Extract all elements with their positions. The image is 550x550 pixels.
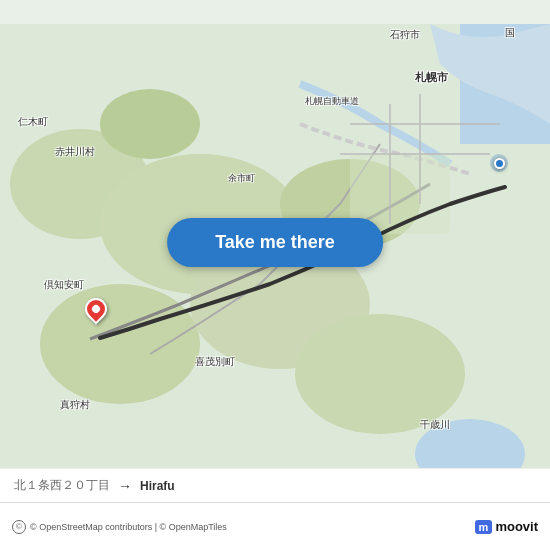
- attribution: © © OpenStreetMap contributors | © OpenM…: [12, 520, 227, 534]
- label-koku: 国: [505, 26, 515, 40]
- moovit-brand-text: moovit: [495, 519, 538, 534]
- origin-marker: [490, 154, 508, 172]
- direction-bar: 北１条西２０丁目 → Hirafu: [0, 468, 550, 502]
- attribution-text: © OpenStreetMap contributors | © OpenMap…: [30, 522, 227, 532]
- svg-point-6: [40, 284, 200, 404]
- direction-arrow: →: [118, 478, 132, 494]
- label-kutchan: 倶知安町: [44, 278, 84, 292]
- take-me-there-button[interactable]: Take me there: [167, 218, 383, 267]
- svg-point-8: [295, 314, 465, 434]
- label-akaigawa: 赤井川村: [55, 145, 95, 159]
- label-chitosegawa: 千歳川: [420, 418, 450, 432]
- label-yoichi: 余市町: [228, 172, 255, 185]
- moovit-logo: m moovit: [475, 519, 538, 534]
- direction-to: Hirafu: [140, 479, 175, 493]
- label-makkari: 真狩村: [60, 398, 90, 412]
- label-sapporo: 札幌市: [415, 70, 448, 85]
- copyright-icon: ©: [12, 520, 26, 534]
- label-expressway: 札幌自動車道: [305, 95, 359, 108]
- bottom-bar: © © OpenStreetMap contributors | © OpenM…: [0, 502, 550, 550]
- map-container: 石狩市 札幌市 仁木町 赤井川村 倶知安町 喜茂別町 真狩村 札幌自動車道 千歳…: [0, 0, 550, 550]
- label-niki: 仁木町: [18, 115, 48, 129]
- direction-from: 北１条西２０丁目: [14, 477, 110, 494]
- destination-marker: [85, 298, 107, 328]
- label-kimobetsu: 喜茂別町: [195, 355, 235, 369]
- svg-point-9: [100, 89, 200, 159]
- moovit-m-icon: m: [475, 520, 493, 534]
- label-ishikari: 石狩市: [390, 28, 420, 42]
